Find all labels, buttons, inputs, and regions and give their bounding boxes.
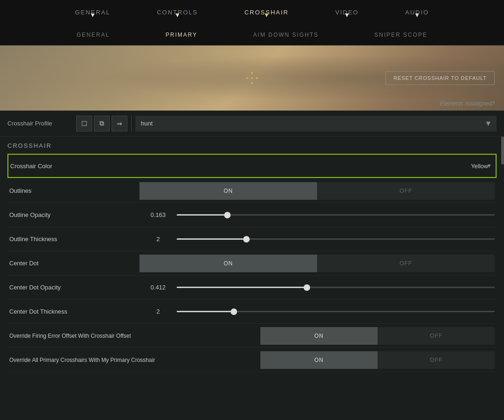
subnav-general[interactable]: GENERAL xyxy=(77,32,110,38)
override-firing-error-toggle-group: On Off xyxy=(260,327,495,345)
outlines-label: Outlines xyxy=(9,187,139,194)
nav-audio[interactable]: AUDIO xyxy=(400,9,433,16)
content-area: CROSSHAIR Crosshair Color White Yellow G… xyxy=(0,137,504,372)
profile-import-button[interactable]: ⇒ xyxy=(112,116,127,131)
outline-thickness-label: Outline Thickness xyxy=(9,236,139,243)
nav-controls[interactable]: CONTROLS xyxy=(152,9,202,16)
sub-nav: GENERAL PRIMARY AIM DOWN SIGHTS SNIPER S… xyxy=(0,25,504,46)
profile-row: Crosshair Profile ☐ ⧉ ⇒ hunt default cus… xyxy=(0,111,504,137)
setting-row-center-dot-thickness: Center Dot Thickness 2 xyxy=(7,300,497,324)
import-icon: ⇒ xyxy=(117,120,122,127)
subnav-sniper-scope[interactable]: SNIPER SCOPE xyxy=(374,32,427,38)
main-scroll: CROSSHAIR Crosshair Color White Yellow G… xyxy=(0,137,504,372)
subnav-aim-down-sights[interactable]: AIM DOWN SIGHTS xyxy=(253,32,319,38)
outlines-off-button[interactable]: Off xyxy=(317,182,495,200)
setting-row-outline-thickness: Outline Thickness 2 xyxy=(7,227,497,251)
override-firing-error-label: Override Firing Error Offset With Crossh… xyxy=(9,333,260,339)
top-nav: GENERAL CONTROLS CROSSHAIR VIDEO AUDIO xyxy=(0,0,504,25)
outline-opacity-thumb[interactable] xyxy=(224,212,231,218)
crosshair-top xyxy=(252,72,252,74)
setting-row-center-dot-opacity: Center Dot Opacity 0.412 xyxy=(7,276,497,300)
crosshair-color-select[interactable]: White Yellow Green Red Custom xyxy=(140,157,494,175)
scrollbar-thumb[interactable] xyxy=(501,137,504,164)
center-dot-opacity-label: Center Dot Opacity xyxy=(9,284,139,291)
override-all-primary-toggle-group: On Off xyxy=(260,351,495,369)
outline-thickness-fill xyxy=(177,238,246,240)
profile-copy-button[interactable]: ⧉ xyxy=(94,116,110,131)
override-all-primary-label: Override All Primary Crosshairs With My … xyxy=(9,357,260,363)
outline-thickness-track xyxy=(177,238,495,240)
center-dot-opacity-slider[interactable] xyxy=(177,279,495,296)
setting-row-override-firing-error: Override Firing Error Offset With Crossh… xyxy=(7,324,497,348)
center-dot-opacity-thumb[interactable] xyxy=(304,284,310,291)
center-dot-thickness-value: 2 xyxy=(139,308,177,315)
crosshair-bottom xyxy=(252,82,252,84)
subnav-primary[interactable]: PRIMARY xyxy=(166,32,197,38)
override-firing-error-off-button[interactable]: Off xyxy=(378,327,495,345)
outline-opacity-track xyxy=(177,214,495,216)
nav-video[interactable]: VIDEO xyxy=(331,9,363,16)
center-dot-opacity-track xyxy=(177,287,495,288)
copy-icon: ⧉ xyxy=(99,119,104,127)
override-firing-error-on-button[interactable]: On xyxy=(260,327,378,345)
center-dot-thickness-fill xyxy=(177,311,234,312)
outline-opacity-value: 0.163 xyxy=(139,211,177,218)
center-dot-opacity-value: 0.412 xyxy=(139,284,177,291)
center-dot-toggle-group: On Off xyxy=(139,255,495,272)
profile-select[interactable]: hunt default custom1 xyxy=(135,116,497,131)
crosshair-left xyxy=(246,78,248,79)
settings-container: Crosshair Color White Yellow Green Red C… xyxy=(0,153,504,372)
profile-select-wrapper: hunt default custom1 ▼ xyxy=(135,116,497,131)
center-dot-on-button[interactable]: On xyxy=(139,255,317,272)
profile-divider xyxy=(131,116,132,131)
crosshair-display xyxy=(245,71,259,85)
center-dot-thickness-label: Center Dot Thickness xyxy=(9,308,139,315)
center-dot-thickness-slider[interactable] xyxy=(177,303,495,321)
override-all-primary-off-button[interactable]: Off xyxy=(378,351,495,369)
nav-general[interactable]: GENERAL xyxy=(70,9,115,16)
scrollbar[interactable] xyxy=(501,137,504,372)
outlines-on-button[interactable]: On xyxy=(139,182,317,200)
center-dot-off-button[interactable]: Off xyxy=(317,255,495,272)
crosshair-right xyxy=(256,78,258,79)
outlines-toggle-group: On Off xyxy=(139,182,495,200)
profile-delete-button[interactable]: ☐ xyxy=(76,116,92,131)
override-all-primary-on-button[interactable]: On xyxy=(260,351,378,369)
setting-row-outline-opacity: Outline Opacity 0.163 xyxy=(7,203,497,227)
section-header-crosshair: CROSSHAIR xyxy=(0,137,504,153)
setting-row-override-all-primary: Override All Primary Crosshairs With My … xyxy=(7,348,497,372)
outline-thickness-value: 2 xyxy=(139,236,177,243)
center-dot-thickness-track xyxy=(177,311,495,312)
crosshair-center xyxy=(252,78,253,79)
nav-crosshair[interactable]: CROSSHAIR xyxy=(240,9,293,16)
reset-crosshair-button[interactable]: RESET CROSSHAIR TO DEFAULT xyxy=(385,71,495,85)
crosshair-preview-area: RESET CROSSHAIR TO DEFAULT Elements misa… xyxy=(0,46,504,111)
delete-icon: ☐ xyxy=(81,120,87,127)
elements-misaligned-text: Elements misaligned? xyxy=(440,100,495,107)
setting-row-center-dot: Center Dot On Off xyxy=(7,251,497,276)
outline-thickness-thumb[interactable] xyxy=(243,236,250,243)
setting-row-crosshair-color: Crosshair Color White Yellow Green Red C… xyxy=(7,154,497,178)
center-dot-thickness-thumb[interactable] xyxy=(231,308,237,315)
crosshair-color-label: Crosshair Color xyxy=(10,163,140,170)
profile-icons: ☐ ⧉ ⇒ xyxy=(76,116,127,131)
crosshair-color-dropdown-wrapper: White Yellow Green Red Custom ▼ xyxy=(140,157,494,175)
setting-row-outlines: Outlines On Off xyxy=(7,179,497,203)
profile-label: Crosshair Profile xyxy=(7,120,73,127)
center-dot-opacity-fill xyxy=(177,287,307,288)
center-dot-label: Center Dot xyxy=(9,260,139,267)
outline-opacity-slider[interactable] xyxy=(177,206,495,224)
outline-thickness-slider[interactable] xyxy=(177,230,495,248)
outline-opacity-label: Outline Opacity xyxy=(9,211,139,218)
outline-opacity-fill xyxy=(177,214,227,216)
